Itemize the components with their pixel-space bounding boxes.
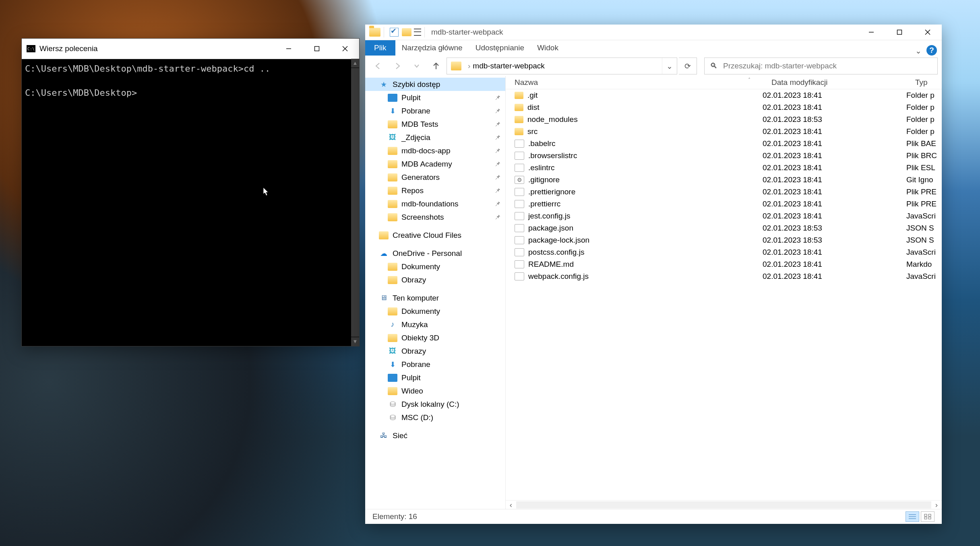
maximize-button[interactable] bbox=[885, 25, 914, 40]
breadcrumb-bar[interactable]: › mdb-starter-webpack ⌄ bbox=[447, 58, 677, 74]
file-row[interactable]: .prettierignore02.01.2023 18:41Plik PRE bbox=[506, 186, 942, 198]
scroll-down-icon[interactable]: ▼ bbox=[351, 337, 359, 346]
cmd-output[interactable]: C:\Users\MDB\Desktop\mdb-starter-webpack… bbox=[22, 59, 351, 346]
column-date[interactable]: Data modyfikacji bbox=[763, 78, 906, 87]
scroll-right-icon[interactable]: › bbox=[931, 501, 942, 509]
nav-item[interactable]: ⬇Pobrane📌︎ bbox=[365, 104, 505, 117]
column-type[interactable]: Typ bbox=[906, 78, 942, 87]
file-row[interactable]: jest.config.js02.01.2023 18:41JavaScri bbox=[506, 210, 942, 222]
nav-item[interactable]: ⛁MSC (D:) bbox=[365, 411, 505, 424]
nav-forward-button[interactable] bbox=[389, 58, 406, 74]
nav-item-icon bbox=[388, 187, 397, 195]
cmd-scrollbar[interactable]: ▲ ▼ bbox=[351, 59, 359, 346]
file-list[interactable]: .git02.01.2023 18:41Folder pdist02.01.20… bbox=[506, 89, 942, 500]
search-box[interactable]: 🔍︎ bbox=[704, 58, 938, 74]
navigation-pane[interactable]: ★ Szybki dostęp Pulpit📌︎⬇Pobrane📌︎MDB Te… bbox=[365, 76, 506, 509]
help-icon[interactable]: ? bbox=[926, 45, 937, 56]
refresh-button[interactable]: ⟳ bbox=[679, 58, 697, 74]
tab-view[interactable]: Widok bbox=[531, 40, 565, 56]
nav-this-pc[interactable]: 🖥︎ Ten komputer bbox=[365, 291, 505, 305]
file-row[interactable]: package.json02.01.2023 18:53JSON S bbox=[506, 222, 942, 234]
file-row[interactable]: .browserslistrc02.01.2023 18:41Plik BRC bbox=[506, 150, 942, 162]
file-row[interactable]: package-lock.json02.01.2023 18:53JSON S bbox=[506, 234, 942, 246]
file-row[interactable]: postcss.config.js02.01.2023 18:41JavaScr… bbox=[506, 246, 942, 258]
status-item-count: Elementy: 16 bbox=[372, 512, 417, 521]
pin-icon: 📌︎ bbox=[494, 161, 500, 167]
tab-home[interactable]: Narzędzia główne bbox=[395, 40, 469, 56]
file-row[interactable]: ⚙︎.gitignore02.01.2023 18:41Git Igno bbox=[506, 174, 942, 186]
svg-rect-15 bbox=[924, 517, 927, 519]
minimize-button[interactable] bbox=[275, 39, 303, 59]
file-row[interactable]: dist02.01.2023 18:41Folder p bbox=[506, 101, 942, 113]
breadcrumb-current[interactable]: mdb-starter-webpack bbox=[473, 62, 544, 70]
chevron-right-icon[interactable]: › bbox=[468, 62, 470, 70]
nav-item[interactable]: mdb-docs-app📌︎ bbox=[365, 144, 505, 157]
view-details-button[interactable] bbox=[906, 511, 919, 522]
file-row[interactable]: node_modules02.01.2023 18:53Folder p bbox=[506, 113, 942, 126]
file-row[interactable]: src02.01.2023 18:41Folder p bbox=[506, 126, 942, 138]
minimize-button[interactable] bbox=[857, 25, 885, 40]
nav-item[interactable]: MDB Tests📌︎ bbox=[365, 117, 505, 131]
nav-onedrive[interactable]: ☁ OneDrive - Personal bbox=[365, 247, 505, 260]
search-input[interactable] bbox=[722, 61, 937, 71]
file-name: README.md bbox=[528, 260, 574, 269]
pin-icon: 📌︎ bbox=[494, 94, 500, 101]
nav-item[interactable]: Dokumenty bbox=[365, 305, 505, 318]
column-name[interactable]: Nazwa˄ bbox=[506, 78, 763, 87]
folder-icon bbox=[451, 62, 461, 70]
cmd-titlebar[interactable]: C:\ Wiersz polecenia bbox=[22, 39, 359, 59]
nav-item[interactable]: mdb-foundations📌︎ bbox=[365, 197, 505, 210]
scroll-up-icon[interactable]: ▲ bbox=[351, 59, 359, 68]
file-type: Plik PRE bbox=[897, 187, 942, 196]
tab-file[interactable]: Plik bbox=[365, 40, 395, 56]
horizontal-scrollbar[interactable]: ‹ › bbox=[506, 500, 942, 509]
nav-item[interactable]: Generators📌︎ bbox=[365, 171, 505, 184]
file-row[interactable]: README.md02.01.2023 18:41Markdo bbox=[506, 258, 942, 270]
nav-item[interactable]: MDB Academy📌︎ bbox=[365, 157, 505, 171]
file-icon bbox=[515, 212, 524, 220]
nav-item[interactable]: ⛁Dysk lokalny (C:) bbox=[365, 398, 505, 411]
nav-back-button[interactable] bbox=[369, 58, 387, 74]
close-button[interactable] bbox=[914, 25, 942, 40]
nav-item[interactable]: Obiekty 3D bbox=[365, 331, 505, 344]
file-date: 02.01.2023 18:41 bbox=[754, 187, 897, 196]
nav-network[interactable]: 🖧︎ Sieć bbox=[365, 429, 505, 442]
file-row[interactable]: .prettierrc02.01.2023 18:41Plik PRE bbox=[506, 198, 942, 210]
nav-history-dropdown[interactable] bbox=[408, 58, 426, 74]
qat-newfolder-icon[interactable] bbox=[402, 28, 411, 36]
nav-item[interactable]: Pulpit📌︎ bbox=[365, 91, 505, 104]
scroll-left-icon[interactable]: ‹ bbox=[506, 501, 516, 509]
nav-item[interactable]: Obrazy bbox=[365, 273, 505, 286]
nav-item[interactable]: Dokumenty bbox=[365, 260, 505, 273]
explorer-titlebar[interactable]: mdb-starter-webpack bbox=[365, 25, 942, 40]
nav-creative-cloud[interactable]: Creative Cloud Files bbox=[365, 229, 505, 242]
file-name: node_modules bbox=[527, 115, 578, 124]
cloud-icon: ☁ bbox=[379, 249, 389, 258]
tab-share[interactable]: Udostępnianie bbox=[469, 40, 531, 56]
nav-item[interactable]: ⬇Pobrane bbox=[365, 358, 505, 371]
nav-item[interactable]: ♪Muzyka bbox=[365, 318, 505, 331]
nav-item[interactable]: 🖼︎_Zdjęcia📌︎ bbox=[365, 131, 505, 144]
nav-quick-access[interactable]: ★ Szybki dostęp bbox=[365, 78, 505, 91]
qat-customize-icon[interactable] bbox=[414, 29, 421, 36]
breadcrumb-dropdown-icon[interactable]: ⌄ bbox=[662, 58, 677, 74]
nav-up-button[interactable] bbox=[427, 58, 445, 74]
file-row[interactable]: .eslintrc02.01.2023 18:41Plik ESL bbox=[506, 162, 942, 174]
qat-properties-icon[interactable] bbox=[390, 28, 399, 37]
file-row[interactable]: .git02.01.2023 18:41Folder p bbox=[506, 89, 942, 101]
close-button[interactable] bbox=[331, 39, 359, 59]
nav-item[interactable]: Screenshots📌︎ bbox=[365, 210, 505, 224]
file-icon bbox=[515, 188, 524, 196]
view-large-button[interactable] bbox=[921, 511, 935, 522]
file-row[interactable]: .babelrc02.01.2023 18:41Plik BAE bbox=[506, 138, 942, 150]
nav-item[interactable]: Pulpit bbox=[365, 371, 505, 384]
address-bar-row: › mdb-starter-webpack ⌄ ⟳ 🔍︎ bbox=[365, 56, 942, 76]
maximize-button[interactable] bbox=[303, 39, 331, 59]
ribbon-expand-icon[interactable]: ⌄ bbox=[910, 46, 926, 56]
nav-item[interactable]: Repos📌︎ bbox=[365, 184, 505, 197]
nav-item[interactable]: Wideo bbox=[365, 384, 505, 398]
nav-item[interactable]: 🖼︎Obrazy bbox=[365, 344, 505, 358]
file-date: 02.01.2023 18:41 bbox=[754, 151, 897, 160]
nav-item-label: Repos bbox=[401, 186, 424, 195]
file-row[interactable]: webpack.config.js02.01.2023 18:41JavaScr… bbox=[506, 270, 942, 282]
